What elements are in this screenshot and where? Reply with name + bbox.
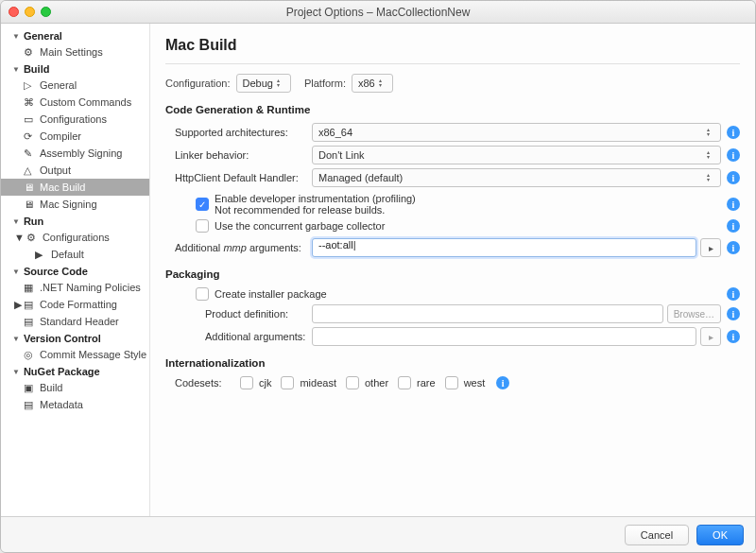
create-installer-label: Create installer package: [215, 288, 327, 300]
info-icon[interactable]: i: [727, 198, 740, 211]
output-icon: △: [24, 164, 35, 176]
sidebar-item-configurations[interactable]: ▭Configurations: [1, 111, 149, 128]
product-def-label: Product definition:: [165, 308, 312, 320]
sidebar-item-code-formatting[interactable]: ▶▤Code Formatting: [1, 296, 149, 313]
profiling-note: Not recommended for release builds.: [215, 204, 416, 216]
info-icon[interactable]: i: [727, 307, 740, 320]
codeset-rare-checkbox[interactable]: [398, 376, 411, 389]
tools-icon: ⌘: [24, 96, 35, 108]
sidebar-cat-version[interactable]: ▼Version Control: [1, 330, 149, 346]
codeset-cjk-checkbox[interactable]: [240, 376, 253, 389]
arch-select[interactable]: x86_64: [312, 123, 721, 142]
mmp-label: Additional mmp arguments:: [165, 242, 312, 253]
info-icon[interactable]: i: [496, 376, 509, 389]
browse-button[interactable]: Browse…: [667, 304, 721, 323]
sidebar-cat-build[interactable]: ▼Build: [1, 60, 149, 77]
header-icon: ▤: [24, 316, 35, 327]
updown-icon: [277, 77, 286, 90]
monitor-icon: 🖥: [24, 181, 35, 193]
sidebar-item-custom-commands[interactable]: ⌘Custom Commands: [1, 94, 149, 111]
codesets-label: Codesets:: [165, 377, 236, 389]
pkg-expand-button[interactable]: ▸: [700, 327, 721, 346]
sidebar-item-nuget-metadata[interactable]: ▤Metadata: [1, 396, 149, 413]
sidebar-item-mac-signing[interactable]: 🖥Mac Signing: [1, 196, 149, 213]
play-icon: ▷: [24, 79, 35, 91]
sidebar-item-general[interactable]: ▷General: [1, 77, 149, 94]
sidebar-item-compiler[interactable]: ⟳Compiler: [1, 128, 149, 145]
package-icon: ▣: [24, 382, 35, 393]
sidebar-item-naming-policies[interactable]: ▦.NET Naming Policies: [1, 279, 149, 296]
sidebar-cat-source[interactable]: ▼Source Code: [1, 263, 149, 279]
platform-select[interactable]: x86: [352, 74, 393, 93]
play-icon: ▶: [35, 249, 46, 260]
configuration-select[interactable]: Debug: [236, 74, 291, 93]
mmp-input[interactable]: --aot:all|: [312, 238, 696, 257]
sidebar-item-main-settings[interactable]: ⚙Main Settings: [1, 43, 149, 60]
info-icon[interactable]: i: [727, 171, 740, 184]
sidebar-item-run-configurations[interactable]: ▼⚙Configurations: [1, 229, 149, 246]
sidebar-item-default[interactable]: ▶Default: [1, 246, 149, 263]
content-pane: Mac Build Configuration: Debug Platform:…: [150, 24, 755, 516]
codeset-other-checkbox[interactable]: [346, 376, 359, 389]
updown-icon: [707, 171, 716, 184]
dialog-footer: Cancel OK: [1, 516, 755, 552]
updown-icon: [379, 77, 388, 90]
section-i18n: Internationalization: [165, 357, 740, 369]
linker-select[interactable]: Don't Link: [312, 146, 721, 164]
monitor-icon: 🖥: [24, 199, 35, 210]
info-icon[interactable]: i: [727, 287, 740, 301]
metadata-icon: ▤: [24, 399, 35, 410]
pkg-args-input[interactable]: [312, 327, 696, 346]
titlebar: Project Options – MacCollectionNew: [1, 1, 755, 24]
compiler-icon: ⟳: [24, 130, 35, 142]
stack-icon: ▭: [24, 113, 35, 125]
check-icon: ◎: [24, 349, 35, 360]
gc-label: Use the concurrent garbage collector: [215, 220, 385, 232]
gear-icon: ⚙: [26, 232, 38, 243]
sidebar-item-mac-build[interactable]: 🖥Mac Build: [1, 179, 149, 196]
configuration-label: Configuration:: [165, 78, 231, 89]
sidebar-cat-general[interactable]: ▼General: [1, 27, 149, 43]
info-icon[interactable]: i: [727, 148, 740, 162]
info-icon[interactable]: i: [727, 219, 740, 233]
cancel-button[interactable]: Cancel: [625, 525, 689, 545]
mmp-expand-button[interactable]: ▸: [700, 238, 721, 257]
product-def-input[interactable]: [312, 304, 663, 323]
profiling-checkbox[interactable]: [196, 198, 209, 211]
sidebar-item-standard-header[interactable]: ▤Standard Header: [1, 313, 149, 330]
format-icon: ▤: [24, 299, 35, 310]
section-packaging: Packaging: [165, 268, 740, 280]
signature-icon: ✎: [24, 147, 35, 159]
section-codegen: Code Generation & Runtime: [165, 104, 740, 115]
gear-icon: ⚙: [24, 46, 35, 58]
gc-checkbox[interactable]: [196, 219, 209, 233]
codeset-mideast-checkbox[interactable]: [281, 376, 294, 389]
pkg-args-label: Additional arguments:: [165, 331, 312, 342]
window-title: Project Options – MacCollectionNew: [1, 6, 755, 19]
info-icon[interactable]: i: [727, 241, 740, 254]
info-icon[interactable]: i: [727, 126, 740, 139]
sidebar-cat-nuget[interactable]: ▼NuGet Package: [1, 363, 149, 379]
sidebar-cat-run[interactable]: ▼Run: [1, 213, 149, 229]
profiling-label: Enable developer instrumentation (profil…: [215, 193, 416, 204]
codeset-west-checkbox[interactable]: [445, 376, 458, 389]
sidebar-item-commit-style[interactable]: ◎Commit Message Style: [1, 346, 149, 363]
http-select[interactable]: Managed (default): [312, 168, 721, 187]
create-installer-checkbox[interactable]: [196, 287, 209, 301]
updown-icon: [707, 126, 716, 139]
http-label: HttpClient Default Handler:: [165, 172, 312, 183]
dotnet-icon: ▦: [24, 282, 35, 293]
sidebar-item-nuget-build[interactable]: ▣Build: [1, 379, 149, 396]
divider: [165, 63, 740, 64]
sidebar-item-assembly-signing[interactable]: ✎Assembly Signing: [1, 145, 149, 162]
page-title: Mac Build: [165, 37, 740, 54]
platform-label: Platform:: [304, 78, 346, 89]
ok-button[interactable]: OK: [696, 525, 744, 545]
sidebar: ▼General ⚙Main Settings ▼Build ▷General …: [1, 24, 150, 516]
arch-label: Supported architectures:: [165, 127, 312, 138]
sidebar-item-output[interactable]: △Output: [1, 162, 149, 179]
linker-label: Linker behavior:: [165, 149, 312, 161]
info-icon[interactable]: i: [727, 330, 740, 343]
updown-icon: [707, 148, 716, 162]
